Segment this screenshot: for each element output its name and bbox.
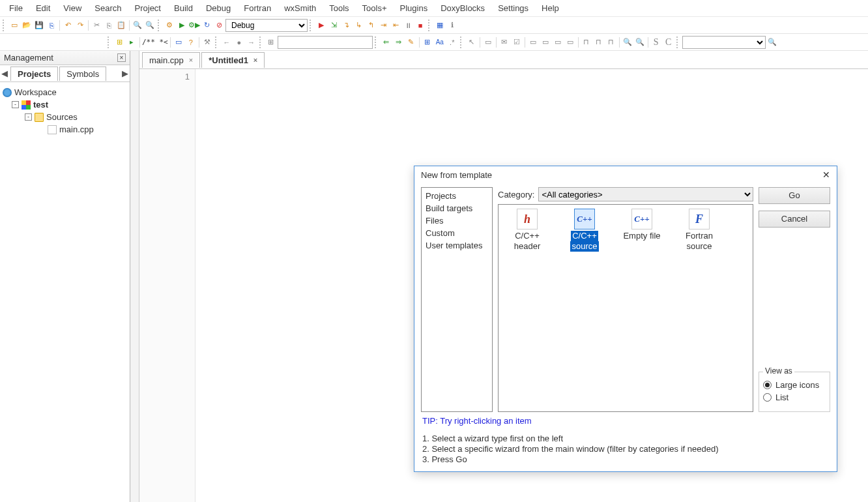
next-bookmark-icon[interactable]: ⇒	[393, 37, 405, 48]
template-source[interactable]: C++ C/C++ source	[560, 209, 609, 252]
editor-tab-main[interactable]: main.cpp ×	[142, 52, 200, 68]
toolbar-grip-icon[interactable]	[158, 20, 162, 31]
box1-icon[interactable]: ▭	[527, 37, 539, 48]
run-icon[interactable]: ▶	[176, 20, 188, 31]
close-tab-icon[interactable]: ×	[189, 56, 193, 64]
radio-list[interactable]: List	[763, 392, 826, 402]
step-instr-icon[interactable]: ⇤	[390, 20, 401, 31]
search-symbol-icon[interactable]: 🔍	[766, 37, 778, 48]
editor-splitter[interactable]	[130, 51, 139, 502]
expander-icon[interactable]: -	[25, 113, 32, 121]
open-file-icon[interactable]: 📂	[21, 20, 33, 31]
toolbar-grip-icon[interactable]	[3, 20, 7, 31]
info-icon[interactable]: ℹ	[446, 20, 458, 31]
close-tab-icon[interactable]: ×	[253, 56, 257, 64]
template-fortran[interactable]: F Fortran source	[674, 209, 724, 252]
tab-scroll-right-icon[interactable]: ▶	[121, 68, 130, 78]
menu-settings[interactable]: Settings	[491, 1, 535, 16]
menu-toolsplus[interactable]: Tools+	[356, 1, 394, 16]
toolbar-grip-icon[interactable]	[676, 37, 680, 48]
box2-icon[interactable]: ▭	[540, 37, 551, 48]
tab2-icon[interactable]: ⊓	[593, 37, 605, 48]
toolbar-grip-icon[interactable]	[259, 37, 263, 48]
jump-next-icon[interactable]: →	[246, 37, 257, 48]
step-into-icon[interactable]: ↳	[353, 20, 364, 31]
highlight-icon[interactable]: ✎	[405, 37, 417, 48]
menu-view[interactable]: View	[57, 1, 88, 16]
rect-icon[interactable]: ▭	[482, 37, 494, 48]
toolbar-grip-icon[interactable]	[108, 37, 111, 48]
redo-icon[interactable]: ↷	[74, 20, 86, 31]
close-icon[interactable]: ×	[117, 53, 126, 62]
list-item[interactable]: User templates	[423, 239, 491, 252]
c-button[interactable]: C	[663, 37, 674, 48]
doxy-run-icon[interactable]: ▸	[126, 37, 137, 48]
comment-block-button[interactable]: /** *<	[142, 37, 168, 48]
menu-help[interactable]: Help	[535, 1, 566, 16]
step-out-icon[interactable]: ↰	[365, 20, 377, 31]
menu-wxsmith[interactable]: wxSmith	[278, 1, 323, 16]
paste-icon[interactable]: 📋	[115, 20, 127, 31]
tab1-icon[interactable]: ⊓	[581, 37, 592, 48]
menu-tools[interactable]: Tools	[323, 1, 355, 16]
rebuild-icon[interactable]: ↻	[201, 20, 212, 31]
next-line-icon[interactable]: ↴	[340, 20, 352, 31]
zoom-in-icon[interactable]: 🔍	[622, 37, 633, 48]
menu-search[interactable]: Search	[88, 1, 128, 16]
template-header[interactable]: h C/C++ header	[502, 209, 552, 252]
build-icon[interactable]: ⚙	[164, 20, 175, 31]
box4-icon[interactable]: ▭	[564, 37, 576, 48]
tree-sources-folder[interactable]: - Sources	[3, 111, 127, 123]
tree-project[interactable]: - test	[3, 98, 127, 111]
jump-fwd-icon[interactable]: ●	[233, 37, 245, 48]
envelope-icon[interactable]: ✉	[499, 37, 510, 48]
new-file-icon[interactable]: ▭	[8, 20, 20, 31]
tab-projects[interactable]: Projects	[10, 66, 58, 81]
close-icon[interactable]: ✕	[822, 170, 830, 180]
editor-tab-untitled[interactable]: *Untitled1 ×	[201, 52, 265, 68]
cancel-button[interactable]: Cancel	[759, 211, 830, 228]
menu-build[interactable]: Build	[167, 1, 199, 16]
doxy-html-icon[interactable]: ▭	[173, 37, 184, 48]
save-icon[interactable]: 💾	[33, 20, 45, 31]
select-icon[interactable]: ↖	[466, 37, 478, 48]
tree-workspace[interactable]: Workspace	[3, 86, 127, 98]
menu-plugins[interactable]: Plugins	[394, 1, 435, 16]
tab3-icon[interactable]: ⊓	[605, 37, 617, 48]
doxy-icon[interactable]: ⊞	[113, 37, 125, 48]
debug-windows-icon[interactable]: ▦	[434, 20, 446, 31]
list-item[interactable]: Build targets	[423, 202, 491, 214]
toolbar-grip-icon[interactable]	[428, 20, 432, 31]
next-instr-icon[interactable]: ⇥	[377, 20, 389, 31]
doxy-chm-icon[interactable]: ?	[185, 37, 197, 48]
menu-project[interactable]: Project	[128, 1, 167, 16]
list-item[interactable]: Custom	[423, 227, 491, 239]
tab-scroll-left-icon[interactable]: ◀	[0, 68, 9, 78]
tab-symbols[interactable]: Symbols	[59, 66, 106, 81]
toolbar-grip-icon[interactable]	[215, 37, 219, 48]
list-item[interactable]: Projects	[423, 190, 491, 202]
copy-icon[interactable]: ⎘	[103, 20, 115, 31]
doxy-config-icon[interactable]: ⚒	[201, 37, 213, 48]
toolbar-grip-icon[interactable]	[460, 37, 464, 48]
search-input[interactable]	[278, 36, 373, 49]
jump-back-icon[interactable]: ←	[221, 37, 233, 48]
s-button[interactable]: S	[650, 37, 662, 48]
abort-icon[interactable]: ⊘	[213, 20, 225, 31]
debug-run-icon[interactable]: ▶	[315, 20, 327, 31]
check-icon[interactable]: ☑	[511, 37, 523, 48]
tree-file[interactable]: main.cpp	[3, 123, 127, 136]
regex-icon[interactable]: .*	[446, 37, 458, 48]
zoom-out-icon[interactable]: 🔍	[634, 37, 646, 48]
menu-debug[interactable]: Debug	[199, 1, 237, 16]
text-icon[interactable]: Aa	[434, 37, 446, 48]
template-empty[interactable]: C++ Empty file	[617, 209, 667, 241]
find-replace-icon[interactable]: 🔍	[144, 20, 156, 31]
box3-icon[interactable]: ▭	[552, 37, 564, 48]
cut-icon[interactable]: ✂	[91, 20, 102, 31]
expander-icon[interactable]: -	[12, 101, 19, 108]
menu-doxyblocks[interactable]: DoxyBlocks	[434, 1, 491, 16]
list-item[interactable]: Files	[423, 214, 491, 227]
category-select[interactable]: <All categories>	[538, 187, 753, 201]
run-to-cursor-icon[interactable]: ⇲	[328, 20, 340, 31]
